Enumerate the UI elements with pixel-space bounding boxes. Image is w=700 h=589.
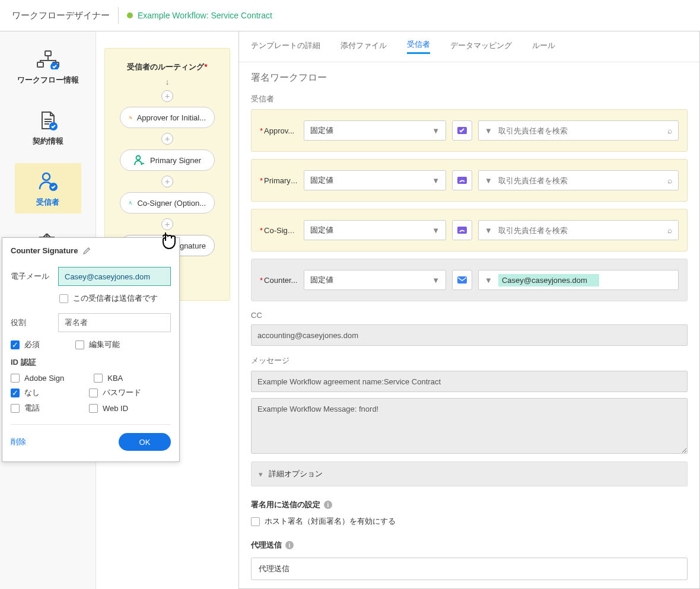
sender-checkbox-label: この受信者は送信者です	[73, 293, 158, 304]
chevron-down-icon: ▾	[259, 470, 263, 479]
contact-search[interactable]: ▼⌕	[478, 120, 679, 141]
tab-data-mapping[interactable]: データマッピング	[450, 40, 512, 53]
contact-search[interactable]: ▼⌕	[478, 220, 679, 240]
tab-attachments[interactable]: 添付ファイル	[341, 40, 387, 53]
recipient-label: *Approv...	[260, 126, 298, 135]
sender-checkbox[interactable]	[59, 294, 68, 303]
topbar: ワークフローデザイナー Example Workflow: Service Co…	[0, 0, 700, 31]
node-label: Primary Signer	[150, 156, 201, 165]
auth-kba[interactable]: KBA	[94, 374, 123, 383]
tabs: テンプレートの詳細 添付ファイル 受信者 データマッピング ルール	[239, 31, 699, 62]
id-auth-header: ID 認証	[11, 357, 171, 368]
search-input[interactable]	[498, 176, 661, 185]
svg-point-10	[129, 202, 131, 203]
auth-webid[interactable]: Web ID	[89, 403, 128, 413]
sidebar-item-label: ワークフロー情報	[15, 75, 81, 85]
recipient-editor-popup: Counter Signature 電子メール この受信者は送信者です 役割 ✓…	[2, 237, 180, 462]
delete-link[interactable]: 削除	[11, 437, 26, 447]
svg-point-5	[43, 173, 50, 180]
accordion-label: 詳細オプション	[269, 469, 323, 479]
search-icon: ⌕	[667, 126, 672, 135]
counter-email: Casey@caseyjones.dom	[498, 274, 599, 286]
section-title: 署名ワークフロー	[251, 72, 688, 84]
search-input[interactable]	[498, 126, 661, 135]
separator	[118, 7, 119, 24]
recipient-row-counter: *Counter... 固定値▼ ▼Casey@caseyjones.dom	[251, 259, 688, 301]
value-type-dropdown[interactable]: 固定値▼	[304, 270, 446, 290]
routing-node-cosigner[interactable]: Co-Signer (Option...	[120, 192, 215, 214]
status-dot-icon	[127, 12, 133, 18]
send-settings-header: 署名用に送信の設定i	[251, 499, 688, 510]
page-title: ワークフローデザイナー	[12, 10, 110, 21]
proxy-send-input[interactable]: 代理送信	[251, 558, 688, 580]
sidebar-item-recipients[interactable]: 受信者	[15, 163, 81, 214]
svg-rect-15	[457, 276, 467, 284]
checkbox[interactable]	[251, 517, 260, 526]
value-type-dropdown[interactable]: 固定値▼	[304, 170, 446, 190]
cc-title: CC	[251, 311, 688, 320]
advanced-options-accordion[interactable]: ▾ 詳細オプション	[251, 461, 688, 486]
canvas-title: 受信者のルーティング*	[112, 62, 222, 72]
edit-icon[interactable]	[82, 247, 91, 255]
node-label: Co-Signer (Option...	[137, 199, 206, 208]
recipient-row-primary: *Primary ... 固定値▼ ▼⌕	[251, 159, 688, 202]
svg-point-3	[50, 62, 59, 69]
routing-node-primary[interactable]: Primary Signer	[120, 149, 215, 171]
info-icon: i	[324, 501, 332, 509]
role-label: 役割	[11, 317, 52, 328]
role-icon[interactable]	[452, 270, 472, 290]
editable-checkbox[interactable]: 編集可能	[75, 339, 120, 350]
right-panel: テンプレートの詳細 添付ファイル 受信者 データマッピング ルール 署名ワークフ…	[238, 31, 700, 589]
role-icon[interactable]	[452, 170, 472, 190]
search-input[interactable]	[498, 226, 661, 235]
subject-input[interactable]	[251, 371, 688, 392]
contact-search[interactable]: ▼Casey@caseyjones.dom	[478, 270, 679, 290]
svg-rect-1	[37, 62, 43, 67]
role-icon[interactable]	[452, 220, 472, 240]
routing-node-approver[interactable]: Approver for Initial...	[120, 107, 215, 128]
auth-none[interactable]: ✓なし	[11, 387, 40, 398]
proxy-send-header: 代理送信i	[251, 540, 688, 550]
workflow-name: Example Workflow: Service Contract	[138, 11, 272, 20]
svg-point-7	[129, 116, 131, 117]
popup-title: Counter Signature	[11, 246, 171, 255]
svg-point-9	[136, 156, 141, 160]
add-node-button[interactable]: +	[161, 218, 173, 230]
sidebar-item-contract-info[interactable]: 契約情報	[15, 102, 81, 152]
auth-adobe-sign[interactable]: Adobe Sign	[11, 374, 64, 383]
search-icon: ⌕	[667, 225, 672, 235]
host-sign-checkbox-row[interactable]: ホスト署名（対面署名）を有効にする	[251, 516, 688, 527]
sidebar-item-label: 受信者	[15, 197, 81, 208]
role-field[interactable]	[58, 313, 171, 332]
add-node-button[interactable]: +	[161, 90, 173, 102]
arrow-down-icon: ↓	[112, 77, 222, 87]
contact-search[interactable]: ▼⌕	[478, 170, 679, 190]
value-type-dropdown[interactable]: 固定値▼	[304, 120, 446, 141]
checkbox-label: ホスト署名（対面署名）を有効にする	[265, 516, 396, 527]
value-type-dropdown[interactable]: 固定値▼	[304, 220, 446, 240]
message-body-input[interactable]	[251, 398, 688, 454]
info-icon: i	[285, 541, 294, 549]
recipient-label: *Co-Sign...	[260, 226, 298, 235]
auth-password[interactable]: パスワード	[89, 387, 141, 398]
role-icon[interactable]	[452, 120, 472, 141]
auth-phone[interactable]: 電話	[11, 403, 40, 413]
sidebar-item-label: 契約情報	[15, 136, 81, 147]
add-node-button[interactable]: +	[161, 176, 173, 187]
svg-rect-0	[45, 51, 51, 56]
search-icon: ⌕	[667, 176, 672, 185]
tab-recipients[interactable]: 受信者	[407, 39, 430, 54]
required-checkbox[interactable]: ✓必須	[11, 339, 40, 350]
email-field[interactable]	[58, 267, 171, 286]
cc-input[interactable]	[251, 324, 688, 346]
ok-button[interactable]: OK	[119, 433, 171, 451]
sidebar-item-workflow-info[interactable]: ワークフロー情報	[15, 42, 81, 91]
email-label: 電子メール	[11, 271, 52, 282]
add-node-button[interactable]: +	[161, 133, 173, 145]
tab-rules[interactable]: ルール	[532, 40, 555, 53]
tab-template-details[interactable]: テンプレートの詳細	[251, 40, 320, 53]
node-label: Approver for Initial...	[137, 113, 206, 122]
recipients-title: 受信者	[251, 94, 688, 104]
recipient-row-approver: *Approv... 固定値▼ ▼⌕	[251, 109, 688, 152]
message-title: メッセージ	[251, 355, 688, 366]
